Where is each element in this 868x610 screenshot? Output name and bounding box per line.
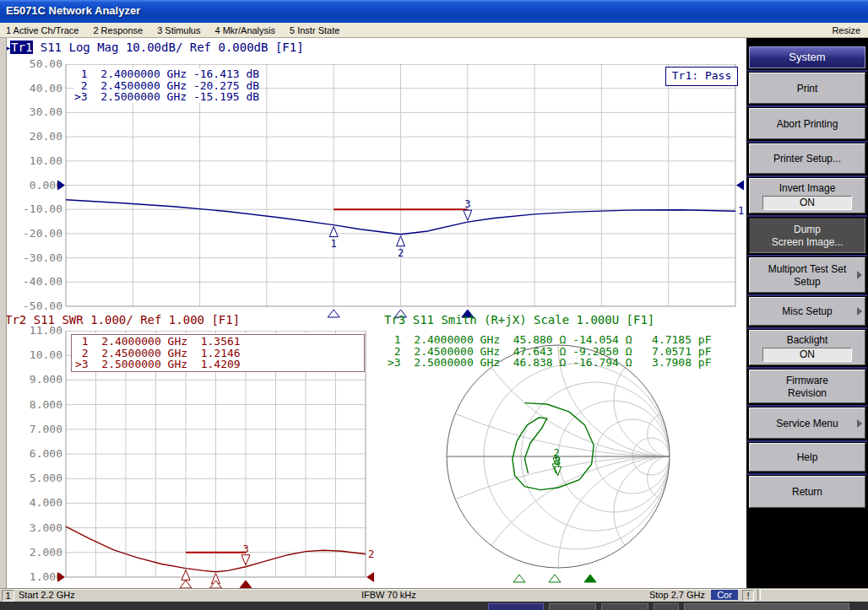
y-tick-label: 0.000 (7, 180, 62, 192)
menu-item[interactable]: 5 Instr State (290, 25, 339, 35)
alert-indicator: ! (742, 590, 754, 602)
y-tick-label: -10.00 (7, 203, 62, 215)
screen-left-border (0, 38, 7, 588)
ifbw-label: IFBW 70 kHz (361, 590, 416, 600)
status-bar: 1 Start 2.2 GHz IFBW 70 kHz Stop 2.7 GHz… (0, 588, 868, 602)
status-strip-segment (654, 603, 679, 610)
status-strip-segment (601, 603, 648, 610)
y-tick-label: -40.00 (7, 276, 62, 288)
svg-text:1: 1 (738, 205, 744, 217)
marker-row: 1 2.4000000 GHz 1.3561 (75, 336, 361, 348)
y-tick-label: 6.000 (7, 448, 62, 460)
tr1-marker-1: 1 (329, 227, 338, 250)
ref-level-arrow-right (736, 181, 744, 191)
marker-stimulus-indicator (584, 575, 596, 582)
menu-item[interactable]: 2 Response (93, 25, 143, 35)
softkey-print[interactable]: Print (749, 73, 865, 104)
softkey-service-menu[interactable]: Service Menu (749, 408, 865, 439)
y-tick-label: 10.00 (7, 349, 62, 361)
softkey-help[interactable]: Help (749, 443, 865, 472)
softkey-dump-screen-image[interactable]: DumpScreen Image... (749, 218, 865, 253)
y-tick-label: 50.00 (7, 58, 62, 70)
svg-text:2: 2 (368, 548, 374, 560)
marker-stimulus-indicator (549, 575, 561, 582)
submenu-arrow-icon (857, 307, 862, 316)
softkey-label: Multiport Test Set (750, 263, 865, 275)
softkey-label: Invert Image (750, 182, 865, 194)
menu-item[interactable]: 1 Active Ch/Trace (6, 25, 79, 35)
tr3-header: Tr3 S11 Smith (R+jX) Scale 1.000U [F1] (384, 313, 654, 327)
softkey-abort-printing[interactable]: Abort Printing (749, 108, 865, 139)
softkey-label: Setup (750, 276, 865, 288)
correction-status-badge: Cor (711, 590, 738, 600)
softkey-label: Return (750, 486, 865, 498)
softkey-label: Firmware (750, 375, 865, 386)
instrument-status-strip (0, 602, 868, 610)
tr2-marker-3: 3 (241, 543, 250, 565)
menu-item[interactable]: 3 Stimulus (157, 25, 200, 35)
softkey-invert-image[interactable]: Invert ImageON (749, 178, 865, 213)
marker-row: 2 2.4500000 GHz 47.643 Ω -9.2050 Ω 7.057… (388, 346, 712, 358)
softkey-multiport-test-set-setup[interactable]: Multiport Test SetSetup (749, 257, 865, 293)
status-strip-clock-segment (684, 603, 849, 610)
status-strip-segment (488, 603, 544, 610)
softkey-label: Misc Setup (750, 305, 865, 317)
tr1-marker-3: 3 (464, 198, 472, 220)
softkey-misc-setup[interactable]: Misc Setup (749, 297, 865, 326)
softkey-label: Print (750, 83, 865, 94)
y-tick-label: 7.000 (7, 424, 62, 435)
status-bar-divider (757, 589, 761, 601)
softkey-label: Printer Setup... (750, 153, 865, 165)
softkey-return[interactable]: Return (749, 476, 865, 508)
softkey-label: Dump (750, 224, 865, 235)
marker-row: 2 2.4500000 GHz 1.2146 (75, 348, 361, 359)
marker-stimulus-indicator (328, 310, 339, 317)
svg-text:2: 2 (398, 247, 404, 259)
resize-button[interactable]: Resize (832, 25, 868, 35)
marker-stimulus-indicator (240, 580, 252, 588)
y-tick-label: -20.00 (7, 228, 62, 240)
svg-text:3: 3 (464, 198, 470, 210)
marker-stimulus-indicator (513, 575, 525, 582)
softkey-printer-setup[interactable]: Printer Setup... (749, 143, 865, 174)
softkey-state-value: ON (762, 196, 852, 210)
status-strip-segment (549, 603, 596, 610)
menu-items: 1 Active Ch/Trace2 Response3 Stimulus4 M… (6, 25, 354, 35)
softkey-label: Screen Image... (750, 236, 865, 248)
marker-stimulus-indicator (210, 580, 222, 588)
submenu-arrow-icon (857, 419, 862, 428)
svg-text:3: 3 (242, 543, 248, 555)
softkey-firmware-revision[interactable]: FirmwareRevision (749, 370, 865, 403)
tr1-marker-table: 1 2.4000000 GHz -16.413 dB 2 2.4500000 G… (74, 68, 259, 103)
softkey-label: Revision (750, 387, 865, 399)
marker-row: >3 2.5000000 GHz 46.838 Ω -16.794 Ω 3.79… (388, 357, 712, 369)
tr2-marker-table: 1 2.4000000 GHz 1.3561 2 2.4500000 GHz 1… (71, 334, 365, 372)
tr3-tag[interactable]: Tr3 (384, 313, 405, 327)
menu-item[interactable]: 4 Mkr/Analysis (214, 25, 275, 35)
y-tick-label: 8.000 (7, 399, 62, 411)
ref-level-arrow-left (57, 181, 65, 191)
tr1-tag[interactable]: Tr1 (10, 40, 33, 54)
y-tick-label: 3.000 (7, 522, 62, 534)
svg-text:3: 3 (555, 456, 561, 467)
svg-text:1: 1 (331, 238, 337, 250)
e5071c-screen: { "window": { "title": "E5071C Network A… (0, 0, 868, 610)
sweep-stop-label: Stop 2.7 GHz (625, 590, 705, 600)
channel-number-badge: 1 (2, 590, 14, 602)
softkey-menu-title: System (749, 46, 865, 68)
softkey-label: Abort Printing (750, 118, 865, 130)
marker-row: 2 2.4500000 GHz -20.275 dB (74, 80, 259, 92)
y-tick-label: 30.00 (7, 106, 62, 118)
tr1-limit-test-result: Tr1: Pass (665, 67, 738, 86)
tr1-header: ▶Tr1 S11 Log Mag 10.00dB/ Ref 0.000dB [F… (5, 40, 304, 54)
softkey-label: Service Menu (750, 418, 865, 429)
tr3-marker-table: 1 2.4000000 GHz 45.880 Ω -14.054 Ω 4.718… (388, 334, 712, 369)
softkey-backlight[interactable]: BacklightON (749, 330, 865, 365)
marker-row: 1 2.4000000 GHz 45.880 Ω -14.054 Ω 4.718… (388, 334, 712, 346)
marker-row: >3 2.5000000 GHz -15.195 dB (74, 91, 259, 103)
y-tick-label: 2.000 (7, 547, 62, 559)
y-tick-label: 20.00 (7, 131, 62, 143)
y-tick-label: 9.000 (7, 374, 62, 386)
softkey-label: Help (750, 451, 865, 463)
y-tick-label: 40.00 (7, 83, 62, 94)
